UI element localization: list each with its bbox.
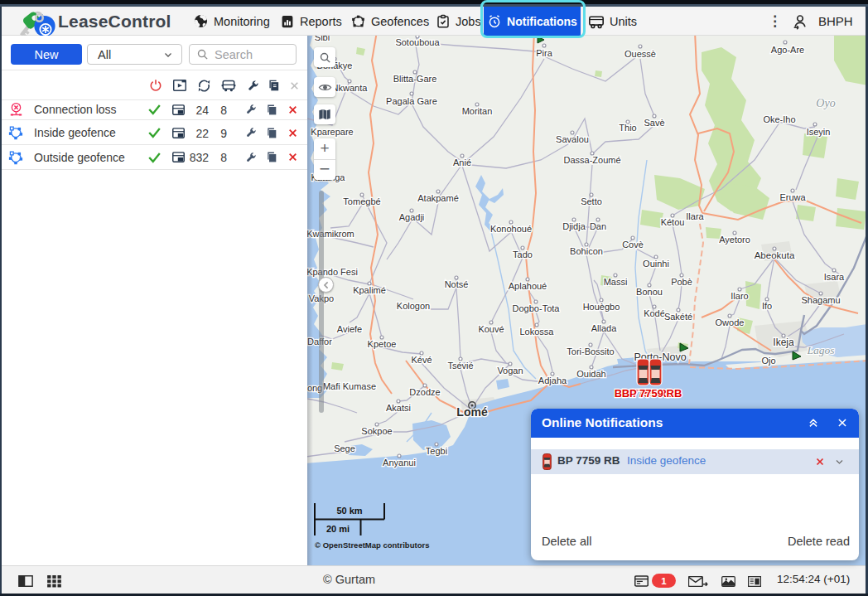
svg-text:Oyo: Oyo <box>816 97 835 109</box>
svg-text:Bohicon: Bohicon <box>570 246 603 256</box>
svg-text:Eruwa: Eruwa <box>779 192 806 202</box>
svg-text:Lagos: Lagos <box>806 344 834 356</box>
svg-text:Konohoué: Konohoué <box>490 224 532 234</box>
svg-text:Oke-Iho: Oke-Iho <box>763 114 795 124</box>
svg-text:Dogbo-Tota: Dogbo-Tota <box>513 303 561 313</box>
svg-text:Blitta-Gare: Blitta-Gare <box>393 74 437 84</box>
svg-text:Kévé: Kévé <box>411 355 432 365</box>
svg-text:Owode: Owode <box>716 317 745 327</box>
svg-text:Pagala Gare: Pagala Gare <box>386 96 437 106</box>
svg-text:Setto: Setto <box>581 196 602 206</box>
svg-text:Ayetoro: Ayetoro <box>719 235 750 245</box>
svg-text:Shagamu: Shagamu <box>801 295 840 305</box>
svg-text:Kologon: Kologon <box>397 301 430 311</box>
svg-text:Djidja: Djidja <box>562 221 586 231</box>
svg-text:Savè: Savè <box>644 118 664 128</box>
svg-text:Kwamikrom: Kwamikrom <box>307 229 354 239</box>
svg-text:BP 7759 RB: BP 7759 RB <box>622 387 682 400</box>
svg-text:Lomé: Lomé <box>456 405 488 419</box>
svg-text:Ouidah: Ouidah <box>576 369 605 379</box>
svg-text:Tado: Tado <box>513 250 533 259</box>
svg-text:Moritan: Moritan <box>462 106 493 116</box>
svg-text:Ouessè: Ouessè <box>624 49 656 59</box>
svg-text:Akatsi: Akatsi <box>386 403 411 413</box>
svg-text:Tomegbé: Tomegbé <box>343 196 380 206</box>
svg-text:Ikeja: Ikeja <box>773 337 794 348</box>
svg-text:Notsé: Notsé <box>445 279 469 289</box>
svg-text:Pira: Pira <box>536 48 552 58</box>
svg-text:Sibi: Sibi <box>315 36 330 42</box>
svg-text:Sotouboua: Sotouboua <box>395 37 440 47</box>
svg-text:20 mi: 20 mi <box>326 524 350 534</box>
svg-text:Atakpamé: Atakpamé <box>417 193 459 203</box>
svg-text:Sege: Sege <box>334 443 355 453</box>
svg-text:Kparepare: Kparepare <box>311 127 353 137</box>
svg-text:Kpetoe: Kpetoe <box>368 339 397 349</box>
svg-text:Kétou: Kétou <box>661 217 685 227</box>
svg-text:Houègbo: Houègbo <box>583 302 620 312</box>
svg-text:Adjaha: Adjaha <box>538 376 567 385</box>
svg-text:Covè: Covè <box>622 240 644 250</box>
svg-text:Sokpoe: Sokpoe <box>361 426 392 436</box>
svg-text:Tsévié: Tsévié <box>447 361 473 371</box>
svg-text:Tegbi: Tegbi <box>426 446 447 456</box>
svg-text:Abeokuta: Abeokuta <box>755 250 795 260</box>
svg-text:Agadji: Agadji <box>399 212 425 222</box>
svg-text:Iseyin: Iseyin <box>807 127 831 137</box>
svg-text:Thio: Thio <box>619 123 636 133</box>
svg-text:Ouinhi: Ouinhi <box>643 259 669 269</box>
svg-text:Pobè: Pobè <box>671 277 692 287</box>
svg-text:Anyanui: Anyanui <box>383 458 416 468</box>
svg-text:Isara: Isara <box>824 272 845 282</box>
svg-text:Kodé: Kodé <box>644 308 665 318</box>
svg-text:Kpando Fesi: Kpando Fesi <box>307 267 358 277</box>
svg-text:Sakété: Sakété <box>664 312 692 322</box>
svg-text:Dassa-Zoumé: Dassa-Zoumé <box>563 155 620 165</box>
svg-text:Ilaro: Ilaro <box>731 291 748 301</box>
svg-text:Anié: Anié <box>453 157 471 167</box>
svg-text:Aviefe: Aviefe <box>337 324 362 334</box>
svg-text:Tori-Bossito: Tori-Bossito <box>567 346 614 356</box>
svg-text:Ifo: Ifo <box>762 301 772 311</box>
svg-text:Ojo: Ojo <box>761 356 775 366</box>
svg-text:Massi: Massi <box>604 277 628 287</box>
svg-text:Ago-Are: Ago-Are <box>771 45 804 55</box>
svg-text:Vogan: Vogan <box>497 366 523 376</box>
svg-text:Aplahoué: Aplahoué <box>509 281 547 291</box>
svg-text:Bonou: Bonou <box>636 287 663 297</box>
svg-text:Lokossa: Lokossa <box>520 327 555 337</box>
svg-text:Ilara: Ilara <box>686 211 704 221</box>
svg-text:Kpalimé: Kpalimé <box>353 285 386 295</box>
svg-text:Mafi Kumase: Mafi Kumase <box>323 381 376 391</box>
svg-text:Allada: Allada <box>591 323 617 333</box>
svg-text:Dzodze: Dzodze <box>409 387 440 397</box>
svg-text:Kouvé: Kouvé <box>478 324 504 334</box>
svg-text:Nkwanta: Nkwanta <box>332 83 369 93</box>
svg-text:Dan: Dan <box>590 221 606 231</box>
svg-text:50 km: 50 km <box>336 506 362 516</box>
svg-text:Savalou: Savalou <box>556 134 589 144</box>
